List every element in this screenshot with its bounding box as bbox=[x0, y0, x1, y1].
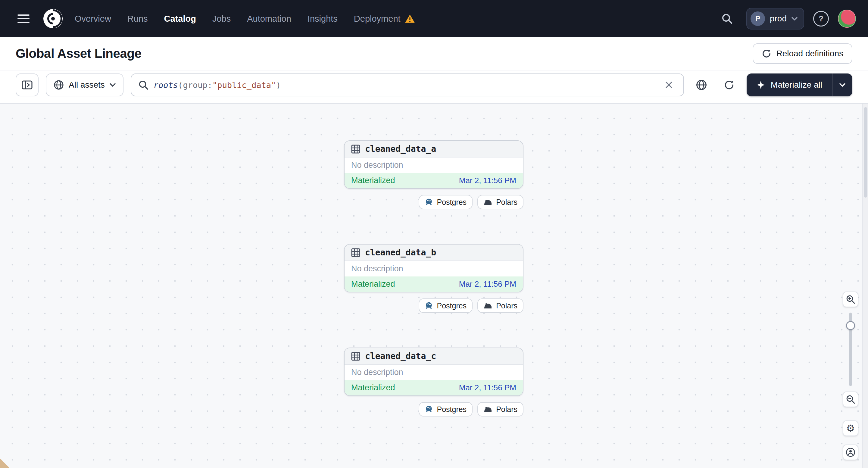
tag-polars[interactable]: Polars bbox=[477, 402, 523, 416]
nav-item-runs[interactable]: Runs bbox=[127, 14, 148, 24]
scrollbar-thumb[interactable] bbox=[864, 107, 867, 197]
user-avatar[interactable] bbox=[838, 10, 856, 28]
nav-item-jobs[interactable]: Jobs bbox=[212, 14, 231, 24]
reload-definitions-button[interactable]: Reload definitions bbox=[753, 43, 852, 64]
materialization-timestamp-link[interactable]: Mar 2, 11:56 PM bbox=[459, 279, 516, 289]
polars-icon bbox=[484, 302, 492, 309]
materialization-timestamp-link[interactable]: Mar 2, 11:56 PM bbox=[459, 176, 516, 185]
zoom-controls bbox=[843, 291, 858, 460]
feedback-button[interactable] bbox=[843, 444, 858, 460]
open-left-panel-button[interactable] bbox=[16, 73, 38, 96]
hamburger-menu-icon[interactable] bbox=[13, 8, 34, 29]
tag-polars[interactable]: Polars bbox=[477, 195, 523, 209]
asset-name: cleaned_data_a bbox=[365, 144, 436, 154]
graph-settings-button[interactable] bbox=[843, 420, 858, 436]
materialize-options-caret[interactable] bbox=[832, 73, 852, 96]
tag-postgres[interactable]: Postgres bbox=[418, 299, 472, 313]
asset-name: cleaned_data_b bbox=[365, 248, 436, 257]
search-icon[interactable] bbox=[717, 8, 737, 29]
search-icon bbox=[138, 80, 148, 90]
table-icon bbox=[351, 352, 360, 361]
asset-node-header[interactable]: cleaned_data_b bbox=[345, 245, 523, 261]
asset-tag-row: Postgres Polars bbox=[344, 299, 523, 313]
deployment-name: prod bbox=[770, 14, 787, 24]
zoom-slider-thumb[interactable] bbox=[846, 321, 855, 330]
asset-node-group: cleaned_data_a No description Materializ… bbox=[344, 141, 523, 209]
asset-status-row: Materialized Mar 2, 11:56 PM bbox=[345, 277, 523, 292]
lineage-toolbar: All assets roots(group:"public_data") bbox=[0, 70, 868, 103]
warning-icon bbox=[405, 14, 415, 23]
zoom-out-button[interactable] bbox=[843, 392, 858, 407]
nav-item-catalog[interactable]: Catalog bbox=[164, 14, 196, 24]
nav-item-deployment[interactable]: Deployment bbox=[354, 14, 415, 24]
sparkle-icon bbox=[756, 81, 765, 89]
asset-node-header[interactable]: cleaned_data_c bbox=[345, 348, 523, 365]
chevron-down-icon bbox=[110, 83, 116, 87]
globe-icon bbox=[696, 79, 707, 91]
asset-selection-input[interactable]: roots(group:"public_data") bbox=[131, 73, 684, 96]
materialize-all-button[interactable]: Materialize all bbox=[747, 73, 832, 96]
asset-filter-dropdown[interactable]: All assets bbox=[46, 73, 123, 96]
deployment-badge: P bbox=[750, 11, 765, 26]
asset-tag-row: Postgres Polars bbox=[344, 402, 523, 416]
zoom-slider[interactable] bbox=[849, 313, 852, 386]
asset-description: No description bbox=[345, 157, 523, 173]
top-nav: Overview Runs Catalog Jobs Automation In… bbox=[0, 0, 868, 37]
zoom-in-icon bbox=[846, 295, 855, 304]
person-circle-icon bbox=[846, 447, 855, 457]
tag-polars[interactable]: Polars bbox=[477, 299, 523, 313]
table-icon bbox=[351, 145, 360, 154]
nav-item-overview[interactable]: Overview bbox=[75, 14, 111, 24]
asset-node-cleaned-data-a[interactable]: cleaned_data_a No description Materializ… bbox=[344, 141, 523, 189]
asset-status-row: Materialized Mar 2, 11:56 PM bbox=[345, 173, 523, 188]
materialization-timestamp-link[interactable]: Mar 2, 11:56 PM bbox=[459, 383, 516, 393]
deployment-switcher[interactable]: P prod bbox=[746, 8, 804, 30]
asset-status-row: Materialized Mar 2, 11:56 PM bbox=[345, 380, 523, 396]
asset-description: No description bbox=[345, 365, 523, 380]
tag-postgres[interactable]: Postgres bbox=[418, 402, 472, 416]
nav-links: Overview Runs Catalog Jobs Automation In… bbox=[75, 14, 415, 24]
globe-icon bbox=[54, 80, 64, 90]
status-badge: Materialized bbox=[351, 383, 395, 393]
asset-selection-query[interactable]: roots(group:"public_data") bbox=[154, 81, 656, 90]
graph-view-options-button[interactable] bbox=[691, 75, 712, 95]
lineage-canvas[interactable]: cleaned_data_a No description Materializ… bbox=[0, 103, 868, 468]
nav-right-cluster: P prod bbox=[717, 8, 856, 30]
status-badge: Materialized bbox=[351, 279, 395, 289]
tag-postgres[interactable]: Postgres bbox=[418, 195, 472, 209]
refresh-button[interactable] bbox=[719, 75, 739, 95]
asset-node-cleaned-data-b[interactable]: cleaned_data_b No description Materializ… bbox=[344, 244, 523, 292]
asset-name: cleaned_data_c bbox=[365, 351, 436, 361]
panel-expand-icon bbox=[22, 80, 33, 90]
asset-node-cleaned-data-c[interactable]: cleaned_data_c No description Materializ… bbox=[344, 347, 523, 396]
asset-tag-row: Postgres Polars bbox=[344, 195, 523, 209]
table-icon bbox=[351, 248, 360, 257]
chevron-down-icon bbox=[792, 17, 798, 21]
zoom-in-button[interactable] bbox=[843, 291, 858, 307]
asset-description: No description bbox=[345, 261, 523, 277]
nav-item-automation[interactable]: Automation bbox=[247, 14, 291, 24]
postgres-icon bbox=[425, 302, 433, 310]
status-badge: Materialized bbox=[351, 176, 395, 185]
zoom-out-icon bbox=[846, 395, 855, 404]
nav-item-insights[interactable]: Insights bbox=[308, 14, 338, 24]
postgres-icon bbox=[425, 405, 433, 413]
clear-query-button[interactable] bbox=[662, 78, 676, 92]
polars-icon bbox=[484, 198, 492, 206]
materialize-all-split-button: Materialize all bbox=[747, 73, 852, 96]
help-icon[interactable] bbox=[813, 11, 829, 27]
page-header: Global Asset Lineage Reload definitions bbox=[0, 37, 868, 70]
dagster-logo[interactable] bbox=[42, 8, 64, 30]
app-window: Overview Runs Catalog Jobs Automation In… bbox=[0, 0, 868, 468]
canvas-corner-decoration bbox=[0, 458, 10, 468]
vertical-scrollbar[interactable] bbox=[862, 103, 868, 468]
asset-node-group: cleaned_data_b No description Materializ… bbox=[344, 244, 523, 313]
reload-icon bbox=[762, 49, 771, 58]
asset-node-header[interactable]: cleaned_data_a bbox=[345, 141, 523, 157]
page-title: Global Asset Lineage bbox=[16, 46, 142, 61]
refresh-icon bbox=[724, 80, 735, 90]
postgres-icon bbox=[425, 198, 433, 206]
asset-node-group: cleaned_data_c No description Materializ… bbox=[344, 347, 523, 416]
polars-icon bbox=[484, 406, 492, 413]
